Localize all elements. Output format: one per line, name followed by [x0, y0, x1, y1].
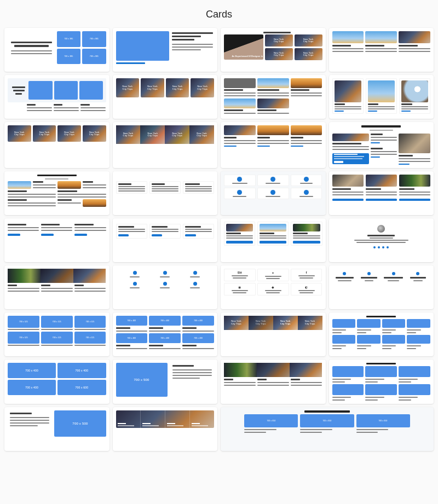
page-title: Cards	[4, 9, 434, 20]
card-preview-33[interactable]: 700 x 500	[4, 407, 110, 451]
facebook-icon: f	[306, 271, 307, 274]
card-preview-27[interactable]: New YorkCity Trips New YorkCity Trips Ne…	[221, 312, 326, 356]
updates-icon	[163, 282, 167, 286]
card-preview-29[interactable]: 700 x 400 700 x 400 700 x 400 700 x 600	[4, 360, 110, 404]
card-preview-18[interactable]	[113, 218, 218, 262]
calendar-icon	[163, 271, 167, 275]
placeholder-text: 700 x 385	[65, 55, 73, 57]
download-icon	[343, 272, 346, 275]
card-preview-21[interactable]	[4, 265, 110, 309]
airplane-icon	[193, 282, 197, 286]
settings-icon	[270, 177, 275, 182]
card-preview-9[interactable]: New YorkCity Trips New YorkCity Trips Ne…	[4, 122, 110, 168]
card-preview-10[interactable]: New YorkCity Trips New YorkCity Trips Ne…	[113, 122, 218, 168]
card-preview-2[interactable]	[113, 28, 218, 72]
card-preview-17[interactable]	[4, 218, 110, 262]
card-preview-23[interactable]: Bē ✦ f ◉ ◆ ◐	[221, 265, 326, 309]
wallet-icon	[304, 177, 309, 182]
card-preview-31[interactable]	[221, 360, 326, 404]
card-preview-4[interactable]	[329, 28, 434, 72]
card-preview-7[interactable]	[221, 75, 326, 119]
placeholder-text: 700 x 385	[65, 38, 73, 40]
avatar	[377, 225, 385, 233]
social-icon[interactable]	[387, 246, 389, 248]
card-preview-16[interactable]	[329, 171, 434, 215]
site-icon	[367, 272, 371, 275]
card-preview-12[interactable]	[329, 122, 434, 168]
placeholder-text: 700 x 385	[90, 55, 99, 57]
card-preview-13[interactable]	[4, 171, 110, 215]
stat-number	[336, 277, 354, 279]
dropbox-icon: ◆	[272, 285, 274, 289]
photo-icon	[392, 272, 395, 275]
cloud-icon	[304, 190, 309, 195]
social-icon[interactable]	[373, 246, 376, 248]
card-preview-34[interactable]	[113, 407, 218, 451]
card-preview-30[interactable]: 700 x 500	[113, 360, 218, 404]
card-preview-8[interactable]	[329, 75, 434, 119]
card-preview-28[interactable]	[329, 312, 434, 356]
social-icon[interactable]	[382, 246, 384, 248]
github-icon: ◐	[305, 285, 308, 289]
card-preview-5[interactable]	[4, 75, 110, 119]
card-preview-25[interactable]: 700 x 525 700 x 525 700 x 525 700 x 525 …	[4, 312, 110, 356]
thumbnail-grid: 700 x 385 700 x 385 700 x 385 700 x 385	[4, 28, 434, 451]
food-icon	[237, 190, 242, 195]
card-preview-3[interactable]: An Experienced UI Designer in a Digital …	[221, 28, 326, 72]
placeholder-text: 700 x 385	[90, 38, 99, 40]
section-heading	[361, 125, 401, 128]
pinterest-icon: ◉	[238, 285, 241, 289]
card-preview-15[interactable]	[221, 171, 326, 215]
database-icon	[237, 177, 242, 182]
card-preview-11[interactable]	[221, 122, 326, 168]
twitter-icon: ✦	[272, 271, 274, 275]
update-icon	[270, 190, 275, 195]
stopwatch-icon	[193, 271, 197, 275]
user-icon	[416, 272, 419, 275]
card-preview-6[interactable]: New YorkCity Trips New YorkCity Trips Ne…	[113, 75, 218, 119]
card-preview-26[interactable]: 700 x 400 700 x 400 700 x 400 700 x 400 …	[113, 312, 218, 356]
card-preview-32[interactable]	[329, 360, 434, 404]
card-preview-19[interactable]	[221, 218, 326, 262]
card-preview-1[interactable]: 700 x 385 700 x 385 700 x 385 700 x 385	[4, 28, 110, 72]
camera-icon	[133, 271, 137, 275]
social-icon[interactable]	[378, 246, 380, 248]
card-preview-14[interactable]	[113, 171, 218, 215]
card-preview-24[interactable]	[329, 265, 434, 309]
card-preview-20[interactable]	[329, 218, 434, 262]
card-preview-35[interactable]: 700 x 650 700 x 650 700 x 650	[221, 407, 434, 451]
behance-icon: Bē	[238, 271, 242, 274]
card-preview-22[interactable]	[113, 265, 218, 309]
tasks-icon	[133, 282, 137, 286]
